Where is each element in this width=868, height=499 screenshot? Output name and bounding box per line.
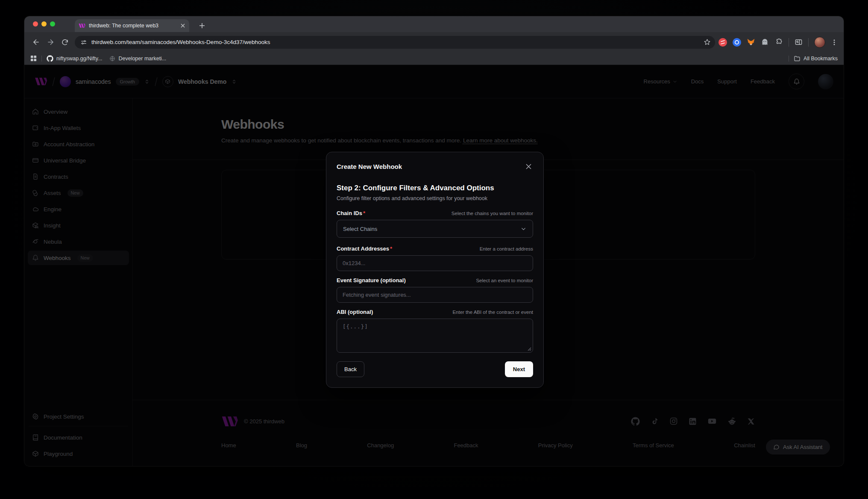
event-signature-input[interactable] — [337, 287, 533, 303]
back-button[interactable] — [29, 35, 43, 50]
chevron-down-icon — [520, 226, 527, 232]
contract-addresses-label: Contract Addresses* — [337, 245, 392, 252]
reload-button[interactable] — [58, 35, 72, 50]
extensions-puzzle-icon[interactable] — [775, 38, 783, 46]
bookmark-label: Developer marketi... — [118, 56, 166, 62]
chain-ids-label: Chain IDs* — [337, 210, 365, 216]
bookmark-item[interactable]: niftyswap.gg/Nifty... — [47, 55, 102, 62]
bookmarks-divider — [41, 56, 42, 62]
modal-title: Create New Webhook — [337, 163, 402, 170]
abi-hint: Enter the ABI of the contract or event — [452, 310, 533, 315]
required-marker: * — [363, 210, 365, 216]
all-bookmarks-button[interactable]: All Bookmarks — [794, 55, 838, 62]
tab-title: thirdweb: The complete web3 — [89, 23, 177, 29]
traffic-lights — [33, 21, 55, 27]
bookmark-item[interactable]: Developer marketi... — [109, 56, 166, 62]
page-viewport: saminacodes Growth Webhooks Demo Re — [24, 65, 844, 466]
extensions-area — [718, 37, 839, 48]
side-panel-icon[interactable] — [795, 38, 803, 46]
extension-red-icon[interactable] — [718, 38, 727, 47]
toolbar-divider — [808, 38, 809, 47]
chain-ids-hint: Select the chains you want to monitor — [452, 211, 533, 216]
toolbar-divider — [789, 38, 789, 47]
required-marker: * — [390, 245, 392, 252]
extension-blue-icon[interactable] — [733, 38, 741, 47]
event-signature-label: Event Signature (optional) — [337, 277, 406, 283]
github-icon — [47, 55, 53, 62]
create-webhook-modal: Create New Webhook Step 2: Configure Fil… — [326, 152, 544, 388]
tab-close-icon[interactable] — [180, 23, 185, 28]
browser-profile-avatar[interactable] — [814, 37, 825, 48]
globe-icon — [109, 56, 115, 62]
bookmarks-bar: niftyswap.gg/Nifty... Developer marketi.… — [24, 52, 844, 65]
metamask-icon[interactable] — [747, 38, 755, 47]
ghost-wallet-icon[interactable] — [761, 38, 769, 47]
tab-strip: thirdweb: The complete web3 — [24, 16, 844, 32]
all-bookmarks-label: All Bookmarks — [803, 56, 838, 62]
thirdweb-favicon-icon — [79, 22, 85, 29]
bookmark-label: niftyswap.gg/Nifty... — [56, 56, 102, 62]
browser-window: thirdweb: The complete web3 thirdweb.com… — [24, 16, 844, 466]
url-text[interactable]: thirdweb.com/team/saminacodes/Webhooks-D… — [91, 39, 697, 45]
abi-label: ABI (optional) — [337, 309, 373, 315]
next-button[interactable]: Next — [505, 361, 533, 377]
forward-button[interactable] — [43, 35, 58, 50]
step-title: Step 2: Configure Filters & Advanced Opt… — [337, 184, 533, 192]
event-signature-hint: Select an event to monitor — [476, 278, 533, 283]
browser-toolbar: thirdweb.com/team/saminacodes/Webhooks-D… — [24, 32, 844, 52]
minimize-window-button[interactable] — [41, 21, 47, 27]
contract-addresses-input[interactable] — [337, 255, 533, 271]
back-button[interactable]: Back — [337, 361, 364, 377]
apps-grid-icon[interactable] — [30, 55, 37, 62]
url-bar[interactable]: thirdweb.com/team/saminacodes/Webhooks-D… — [75, 36, 715, 49]
zoom-window-button[interactable] — [50, 21, 55, 27]
browser-menu-icon[interactable] — [831, 39, 838, 46]
bookmark-star-icon[interactable] — [701, 37, 713, 48]
bookmarks-divider — [789, 56, 789, 62]
new-tab-button[interactable] — [196, 20, 208, 32]
abi-textarea[interactable] — [337, 319, 533, 353]
resize-grip-icon[interactable] — [528, 347, 531, 351]
step-subtitle: Configure filter options and advanced se… — [337, 195, 533, 201]
close-window-button[interactable] — [33, 21, 38, 27]
folder-icon — [794, 55, 801, 62]
site-controls-icon[interactable] — [80, 39, 87, 46]
browser-tab[interactable]: thirdweb: The complete web3 — [75, 19, 189, 32]
contract-addresses-hint: Enter a contract address — [480, 246, 533, 251]
select-chains-dropdown[interactable]: Select Chains — [337, 220, 533, 238]
close-icon[interactable] — [524, 162, 533, 171]
